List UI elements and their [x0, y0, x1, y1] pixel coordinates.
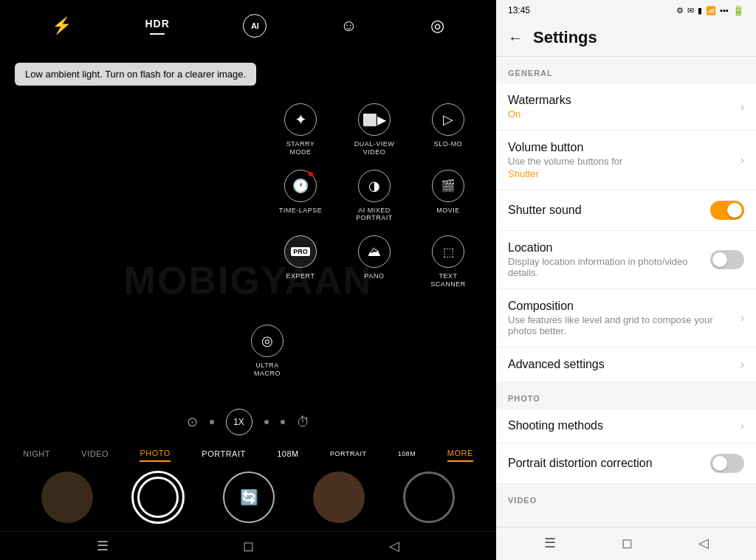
faces-button[interactable]: ☺ — [340, 16, 357, 35]
item-composition[interactable]: Composition Use features like level and … — [496, 289, 756, 348]
back-button[interactable]: ← — [508, 30, 523, 46]
toggle-knob — [727, 203, 742, 218]
location-title: Location — [508, 241, 710, 255]
mode-starry[interactable]: ✦ STARRYMODE — [267, 103, 334, 156]
shooting-methods-title: Shooting methods — [508, 419, 735, 432]
camera-switch-button[interactable]: 🔄 — [223, 471, 275, 523]
tab-more[interactable]: MORE — [447, 449, 473, 462]
pano-icon: ⛰ — [358, 235, 391, 268]
mode-grid: ✦ STARRYMODE ⬜▶ DUAL-VIEWVIDEO ▷ SLO-MO … — [267, 103, 481, 288]
mode-slo-mo[interactable]: ▷ SLO-MO — [415, 103, 481, 156]
watermarks-value: On — [508, 108, 735, 120]
mode-text-scanner[interactable]: ⬚ TEXTSCANNER — [415, 235, 481, 288]
mode-ultra-macro[interactable]: ◎ ULTRAMACRO — [251, 325, 284, 378]
tab-portrait-108m[interactable]: PORTRAIT — [330, 450, 366, 460]
shutter-inner — [137, 477, 179, 518]
watermarks-chevron: › — [740, 100, 744, 114]
mode-ai-portrait[interactable]: ◑ AI MIXEDPORTRAIT — [341, 170, 408, 223]
location-toggle-knob — [712, 252, 727, 267]
ai-circle: AI — [243, 14, 267, 38]
text-scanner-icon: ⬚ — [432, 235, 464, 268]
settings-back-icon[interactable]: ◁ — [698, 535, 709, 551]
camera-bottom: ⊙ 1X ⏱ NIGHT VIDEO PHOTO PORTRAIT 108M P… — [0, 403, 496, 560]
battery-icon: ▮ — [698, 6, 702, 15]
item-advanced-settings[interactable]: Advanced settings › — [496, 348, 756, 382]
tab-108m-2[interactable]: 108M — [398, 450, 416, 460]
item-shutter-sound[interactable]: Shutter sound — [496, 190, 756, 231]
mode-time-lapse[interactable]: 🕐 TIME-LAPSE — [267, 170, 334, 223]
settings-nav-bar: ☰ ◻ ◁ — [496, 527, 756, 560]
ambient-tooltip: Low ambient light. Turn on flash for a c… — [15, 63, 256, 86]
composition-chevron: › — [740, 311, 744, 325]
status-icons: ⚙ ✉ ▮ 📶 ▪▪▪ 🔋 — [676, 5, 744, 16]
location-toggle[interactable] — [710, 250, 744, 269]
hdr-button[interactable]: HDR — [145, 18, 169, 35]
gallery-thumb-1[interactable] — [41, 471, 93, 523]
shutter-button[interactable] — [131, 471, 185, 524]
tab-portrait[interactable]: PORTRAIT — [202, 449, 245, 461]
ultra-macro-icon: ◎ — [251, 325, 284, 357]
mail-icon: ✉ — [687, 6, 694, 15]
mode-dual-view[interactable]: ⬜▶ DUAL-VIEWVIDEO — [341, 103, 408, 156]
volume-button-title: Volume button — [508, 141, 735, 154]
settings-home-icon[interactable]: ◻ — [622, 535, 633, 551]
settings-panel: 13:45 ⚙ ✉ ▮ 📶 ▪▪▪ 🔋 ← Settings GENERAL W… — [496, 0, 756, 560]
gear-status-icon: ⚙ — [676, 6, 684, 15]
photo-timer-icon: ⏱ — [297, 415, 310, 430]
mode-movie[interactable]: 🎬 MOVIE — [415, 170, 481, 223]
hamburger-icon[interactable]: ☰ — [97, 538, 109, 554]
shutter-sound-toggle[interactable] — [710, 201, 744, 220]
new-dot — [309, 172, 313, 176]
starry-icon: ✦ — [284, 103, 317, 136]
ai-portrait-icon: ◑ — [358, 170, 391, 202]
mode-expert[interactable]: PRO EXPERT — [267, 235, 334, 288]
settings-content: GENERAL Watermarks On › Volume button Us… — [496, 57, 756, 527]
item-watermarks[interactable]: Watermarks On › — [496, 83, 756, 131]
tab-video[interactable]: VIDEO — [81, 449, 109, 461]
section-general-label: GENERAL — [496, 57, 756, 83]
back-icon[interactable]: ◁ — [389, 538, 399, 554]
tab-108m[interactable]: 108M — [277, 449, 299, 461]
volume-button-sub: Use the volume buttons for — [508, 156, 735, 167]
dual-view-icon: ⬜▶ — [358, 103, 391, 136]
status-bar: 13:45 ⚙ ✉ ▮ 📶 ▪▪▪ 🔋 — [496, 0, 756, 21]
signal-icon: ▪▪▪ — [720, 6, 729, 15]
camera-nav-bar: ☰ ◻ ◁ — [0, 531, 496, 560]
wifi-icon: 📶 — [706, 6, 716, 15]
tab-night[interactable]: NIGHT — [23, 449, 50, 461]
hdr-underline — [150, 33, 165, 35]
section-photo-label: PHOTO — [496, 382, 756, 409]
settings-button[interactable]: ◎ — [430, 16, 444, 35]
flash-button[interactable]: ⚡ — [52, 16, 72, 35]
settings-hamburger-icon[interactable]: ☰ — [544, 535, 556, 551]
battery-full-icon: 🔋 — [732, 5, 744, 16]
item-portrait-distortion[interactable]: Portrait distortion correction — [496, 443, 756, 484]
settings-header: ← Settings — [496, 21, 756, 57]
status-time: 13:45 — [508, 5, 530, 15]
mode-pano[interactable]: ⛰ PANO — [341, 235, 408, 288]
focus-icon: ⊙ — [187, 414, 198, 430]
zoom-dot-1 — [210, 420, 214, 424]
movie-icon: 🎬 — [432, 170, 464, 202]
gallery-thumb-2[interactable] — [313, 471, 365, 523]
slo-mo-icon: ▷ — [432, 103, 464, 136]
mode-tabs: NIGHT VIDEO PHOTO PORTRAIT 108M PORTRAIT… — [0, 441, 496, 466]
zoom-dot-3 — [281, 420, 285, 424]
portrait-distortion-toggle[interactable] — [710, 454, 744, 473]
advanced-settings-chevron: › — [740, 358, 744, 371]
advanced-settings-title: Advanced settings — [508, 358, 735, 371]
tab-photo[interactable]: PHOTO — [140, 449, 170, 462]
expert-icon: PRO — [284, 235, 317, 268]
item-location[interactable]: Location Display location information in… — [496, 231, 756, 289]
item-volume-button[interactable]: Volume button Use the volume buttons for… — [496, 131, 756, 190]
ai-button[interactable]: AI — [243, 14, 267, 38]
portrait-distortion-title: Portrait distortion correction — [508, 457, 710, 470]
zoom-1x[interactable]: 1X — [226, 409, 252, 435]
settings-title: Settings — [533, 28, 597, 47]
volume-chevron: › — [740, 153, 744, 167]
zoom-dot-2 — [264, 420, 269, 424]
item-shooting-methods[interactable]: Shooting methods › — [496, 409, 756, 443]
home-icon[interactable]: ◻ — [243, 538, 254, 554]
composition-sub: Use features like level and grid to comp… — [508, 314, 735, 336]
time-lapse-icon: 🕐 — [284, 170, 317, 202]
